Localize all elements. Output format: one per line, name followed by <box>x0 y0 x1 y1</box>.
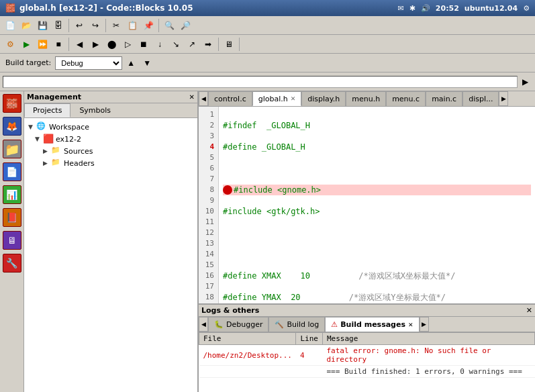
tab-displ[interactable]: displ... <box>463 91 499 106</box>
find-btn[interactable]: 🔍 <box>162 18 177 33</box>
redo-btn[interactable]: ↪ <box>88 18 103 33</box>
sidebar: Management ✕ Projects Symbols ▼ 🌐 Worksp… <box>24 91 199 392</box>
debug-start-btn[interactable]: ▷ <box>120 37 135 52</box>
logs-tab-debugger[interactable]: 🐛 Debugger <box>208 317 269 332</box>
ln-2: 2 <box>200 120 217 131</box>
tab-menu-c[interactable]: menu.c <box>386 91 426 106</box>
tab-control-c[interactable]: control.c <box>208 91 252 106</box>
stop-btn[interactable]: ■ <box>51 37 66 52</box>
tree-headers[interactable]: ▶ 📁 Headers <box>27 157 195 169</box>
icon-system[interactable]: 🖥 <box>3 231 21 250</box>
build-toolbar: Build target: Debug ▲ ▼ <box>0 54 535 72</box>
icon-extra[interactable]: 🔧 <box>3 254 21 273</box>
debug-win-btn[interactable]: 🖥 <box>222 37 236 52</box>
ln-11: 11 <box>200 217 217 228</box>
build-all-btn[interactable]: ⚙ <box>3 37 17 52</box>
scroll-right-btn[interactable]: ▶ <box>518 75 532 89</box>
tab-global-h-close[interactable]: ✕ <box>291 95 296 102</box>
toggle-bp-btn[interactable]: ⬤ <box>104 37 119 52</box>
tab-next-btn[interactable]: ▶ <box>499 91 508 106</box>
log-row-2: === Build finished: 1 errors, 0 warnings… <box>199 366 535 378</box>
code-line-1: #ifndef _GLOBAL_H <box>223 120 531 131</box>
search-bar: ▶ <box>3 75 532 89</box>
sidebar-tab-projects[interactable]: Projects <box>24 103 70 117</box>
sidebar-tab-symbols[interactable]: Symbols <box>70 103 119 117</box>
run-to-btn[interactable]: ➡ <box>201 37 215 52</box>
icon-spreadsheet[interactable]: 📊 <box>3 185 21 204</box>
prev-err-btn[interactable]: ◀ <box>72 37 87 52</box>
open-btn[interactable]: 📂 <box>19 18 34 33</box>
ln-17: 17 <box>200 281 217 292</box>
save-all-btn[interactable]: 🗄 <box>51 18 66 33</box>
window-title: global.h [ex12-2] - Code::Blocks 10.05 <box>19 3 193 13</box>
tab-menu-c-label: menu.c <box>392 95 420 103</box>
headers-icon: 📁 <box>51 158 62 168</box>
ln-9: 9 <box>200 195 217 206</box>
debug-toolbar: ⚙ ▶ ⏩ ■ ◀ ▶ ⬤ ▷ ⏹ ↓ ↘ ↗ ➡ 🖥 <box>0 35 535 54</box>
step-out-btn[interactable]: ↗ <box>185 37 199 52</box>
sources-arrow: ▶ <box>43 148 51 154</box>
new-btn[interactable]: 📄 <box>3 18 17 33</box>
build-target-select[interactable]: Debug <box>55 56 122 70</box>
network-icon: ✉ <box>397 4 403 13</box>
tab-menu-h[interactable]: menu.h <box>346 91 386 106</box>
code-line-9: #define YMAX 20 /*游戏区域Y坐标最大值*/ <box>223 292 531 303</box>
search-input[interactable] <box>3 76 518 88</box>
logs-tab-buildmsg[interactable]: ⚠ Build messages ✕ <box>325 317 419 332</box>
logs-content: File Line Message /home/zn2/Desktop... 4… <box>199 332 535 392</box>
logs-next-btn[interactable]: ▶ <box>420 317 429 332</box>
debug-stop-btn[interactable]: ⏹ <box>136 37 151 52</box>
next-line-btn[interactable]: ↓ <box>152 37 167 52</box>
code-content[interactable]: #ifndef _GLOBAL_H #define _GLOBAL_H #inc… <box>219 107 535 303</box>
logs-close-btn[interactable]: ✕ <box>526 306 532 315</box>
code-area: 1 2 3 4 5 6 7 8 9 10 11 12 13 14 15 16 1… <box>199 107 535 303</box>
undo-btn[interactable]: ↩ <box>72 18 87 33</box>
icon-files[interactable]: 📁 <box>3 140 21 158</box>
sources-label: Sources <box>64 147 93 156</box>
tree-sources[interactable]: ▶ 📁 Sources <box>27 145 195 157</box>
build-target-down[interactable]: ▼ <box>140 56 154 70</box>
search-toolbar: ▶ <box>0 72 535 91</box>
copy-btn[interactable]: 📋 <box>125 18 140 33</box>
icon-browser[interactable]: 🦊 <box>3 117 21 136</box>
log-row-2-line <box>296 366 323 378</box>
bluetooth-icon: ✱ <box>409 4 416 13</box>
icon-codeblocks[interactable]: 🧱 <box>3 94 21 113</box>
sep5 <box>218 38 219 51</box>
ln-10: 10 <box>200 206 217 217</box>
step-in-btn[interactable]: ↘ <box>168 37 183 52</box>
workspace-label: Workspace <box>49 123 89 132</box>
sidebar-close-btn[interactable]: ✕ <box>189 93 195 101</box>
project-icon: 🟥 <box>43 134 54 144</box>
tree-project[interactable]: ▼ 🟥 ex12-2 <box>27 133 195 145</box>
editor-area: ◀ control.c global.h ✕ display.h menu.h … <box>199 91 535 392</box>
icon-pdf[interactable]: 📕 <box>3 208 21 227</box>
icon-doc[interactable]: 📄 <box>3 162 21 181</box>
logs-prev-btn[interactable]: ◀ <box>199 317 208 332</box>
editor-tab-bar: ◀ control.c global.h ✕ display.h menu.h … <box>199 91 535 107</box>
build-run-btn[interactable]: ⏩ <box>35 37 50 52</box>
logs-title: Logs & others <box>201 306 259 315</box>
tab-display-h[interactable]: display.h <box>301 91 346 106</box>
paste-btn[interactable]: 📌 <box>141 18 156 33</box>
run-btn[interactable]: ▶ <box>19 37 34 52</box>
ln-5: 5 <box>200 152 217 163</box>
replace-btn[interactable]: 🔎 <box>178 18 193 33</box>
tab-menu-h-label: menu.h <box>352 95 380 103</box>
ln-4: 4 <box>200 142 217 152</box>
save-btn[interactable]: 💾 <box>35 18 50 33</box>
log-row-1-msg: fatal error: gnome.h: No such file or di… <box>322 345 534 366</box>
col-line: Line <box>296 333 323 345</box>
next-err-btn[interactable]: ▶ <box>88 37 103 52</box>
project-label: ex12-2 <box>56 135 81 144</box>
tab-global-h[interactable]: global.h ✕ <box>252 91 302 106</box>
build-target-up[interactable]: ▲ <box>124 56 138 70</box>
tree-workspace[interactable]: ▼ 🌐 Workspace <box>27 121 195 133</box>
tab-main-c[interactable]: main.c <box>426 91 463 106</box>
tab-prev-btn[interactable]: ◀ <box>199 91 208 106</box>
sidebar-content: ▼ 🌐 Workspace ▼ 🟥 ex12-2 ▶ 📁 Sources ▶ 📁… <box>24 118 197 392</box>
logs-tab-buildlog[interactable]: 🔨 Build log <box>269 317 325 332</box>
cut-btn[interactable]: ✂ <box>109 18 124 33</box>
logs-tab-buildmsg-close[interactable]: ✕ <box>408 322 414 328</box>
title-bar: 🧱 global.h [ex12-2] - Code::Blocks 10.05… <box>0 0 535 16</box>
